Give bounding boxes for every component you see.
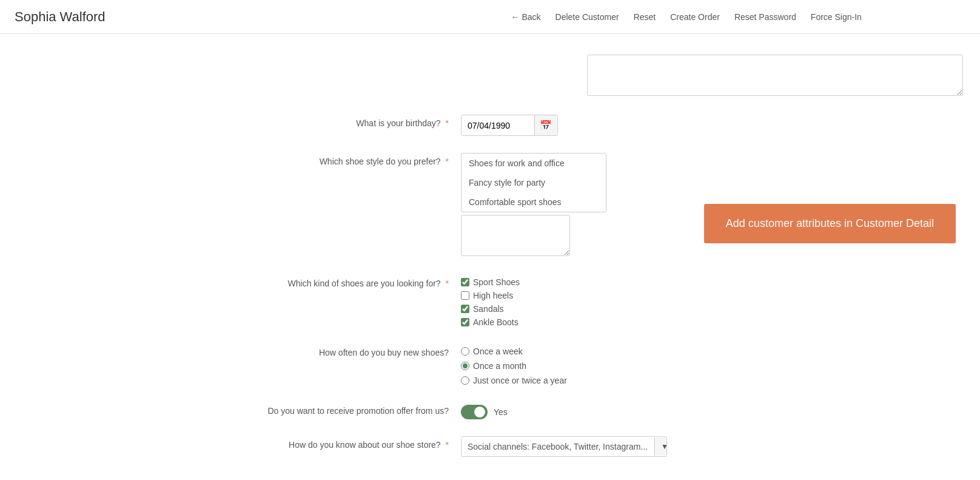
shoes-kind-label: Which kind of shoes are you looking for?… <box>0 275 461 288</box>
shoes-kind-checkbox-group: Sport Shoes High heels Sandals Ankle Boo… <box>461 275 825 327</box>
checkbox-high-heels-input[interactable] <box>461 291 469 300</box>
reset-password-button[interactable]: Reset Password <box>734 12 796 22</box>
buy-frequency-field: Once a week Once a month Just once or tw… <box>461 344 825 385</box>
store-knowledge-select[interactable]: Social channels: Facebook, Twitter, Inst… <box>461 437 654 456</box>
toggle-slider <box>461 405 488 419</box>
header-actions: ← Back Delete Customer Reset Create Orde… <box>511 0 965 34</box>
date-input-wrapper: 📅 <box>461 115 558 136</box>
top-textarea[interactable] <box>587 55 963 96</box>
promotion-field: Yes <box>461 402 825 419</box>
promotion-toggle[interactable] <box>461 405 488 419</box>
promotion-toggle-wrapper: Yes <box>461 402 825 419</box>
radio-once-a-month[interactable]: Once a month <box>461 361 825 371</box>
shoe-style-option-2[interactable]: Comfortable sport shoes <box>461 192 606 212</box>
shoes-kind-row: Which kind of shoes are you looking for?… <box>0 266 980 336</box>
page-title: Sophia Walford <box>15 9 106 25</box>
shoe-style-option-1[interactable]: Fancy style for party <box>461 173 606 192</box>
store-knowledge-required-star: * <box>446 440 449 450</box>
calendar-icon-button[interactable]: 📅 <box>534 115 557 135</box>
radio-once-a-week[interactable]: Once a week <box>461 346 825 356</box>
store-knowledge-dropdown-wrapper: Social channels: Facebook, Twitter, Inst… <box>461 436 667 457</box>
top-textarea-label <box>126 55 587 58</box>
shoe-style-option-0[interactable]: Shoes for work and office <box>461 154 606 173</box>
shoe-style-textarea[interactable] <box>461 215 570 256</box>
checkbox-sandals-input[interactable] <box>461 305 469 313</box>
checkbox-high-heels[interactable]: High heels <box>461 291 825 300</box>
page-header: Sophia Walford ← Back Delete Customer Re… <box>0 0 980 34</box>
shoes-kind-field: Sport Shoes High heels Sandals Ankle Boo… <box>461 275 825 327</box>
create-order-button[interactable]: Create Order <box>670 12 720 22</box>
dropdown-arrow-icon[interactable]: ▼ <box>654 438 667 456</box>
buy-frequency-label: How often do you buy new shoes? <box>0 344 461 357</box>
delete-customer-button[interactable]: Delete Customer <box>555 12 619 22</box>
store-knowledge-row: How do you know about our shoe store? * … <box>0 428 980 465</box>
reset-button[interactable]: Reset <box>634 12 656 22</box>
checkbox-sport-shoes-input[interactable] <box>461 278 469 286</box>
checkbox-sandals[interactable]: Sandals <box>461 304 825 314</box>
birthday-field: 📅 <box>461 115 825 136</box>
birthday-required-star: * <box>446 118 449 128</box>
buy-frequency-row: How often do you buy new shoes? Once a w… <box>0 336 980 394</box>
promotion-row: Do you want to receive promotion offer f… <box>0 394 980 428</box>
store-knowledge-label: How do you know about our shoe store? * <box>0 436 461 450</box>
top-textarea-field <box>587 55 951 98</box>
shoe-style-label: Which shoe style do you prefer? * <box>0 153 461 166</box>
top-textarea-row <box>0 46 980 106</box>
birthday-label: What is your birthday? * <box>0 115 461 128</box>
promotion-yes-label: Yes <box>494 407 508 417</box>
shoes-kind-required-star: * <box>446 279 449 288</box>
radio-once-a-month-input[interactable] <box>461 362 469 370</box>
radio-once-a-week-input[interactable] <box>461 347 469 356</box>
shoe-style-listbox[interactable]: Shoes for work and office Fancy style fo… <box>461 153 606 212</box>
save-continue-button[interactable]: Save and Continue Edit <box>876 0 965 34</box>
force-signin-button[interactable]: Force Sign-In <box>811 12 862 22</box>
radio-once-twice-year[interactable]: Just once or twice a year <box>461 376 825 385</box>
shoe-style-required-star: * <box>446 157 449 166</box>
checkbox-ankle-boots[interactable]: Ankle Boots <box>461 317 825 327</box>
add-attributes-banner[interactable]: Add customer attributes in Customer Deta… <box>704 204 956 243</box>
radio-once-twice-year-input[interactable] <box>461 376 469 385</box>
promotion-label: Do you want to receive promotion offer f… <box>0 402 461 416</box>
store-knowledge-field: Social channels: Facebook, Twitter, Inst… <box>461 436 825 457</box>
buy-frequency-radio-group: Once a week Once a month Just once or tw… <box>461 344 825 385</box>
birthday-row: What is your birthday? * 📅 <box>0 106 980 144</box>
checkbox-ankle-boots-input[interactable] <box>461 318 469 326</box>
main-content: What is your birthday? * 📅 Which shoe st… <box>0 34 980 480</box>
birthday-input[interactable] <box>461 117 534 135</box>
back-button[interactable]: ← Back <box>511 12 541 22</box>
checkbox-sport-shoes[interactable]: Sport Shoes <box>461 277 825 287</box>
